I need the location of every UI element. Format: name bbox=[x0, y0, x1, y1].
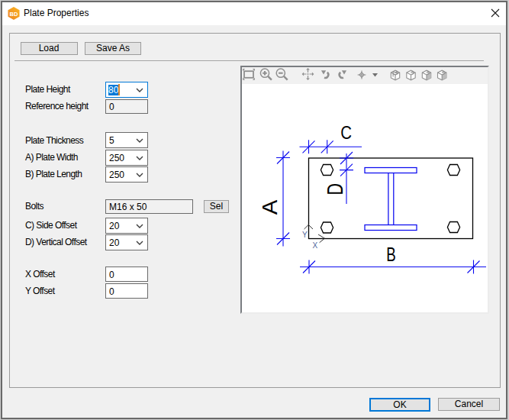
svg-text:C: C bbox=[340, 122, 352, 143]
svg-text:D: D bbox=[321, 183, 347, 195]
svg-text:A: A bbox=[258, 199, 282, 215]
svg-text:B: B bbox=[386, 243, 395, 266]
svg-text:BD: BD bbox=[10, 11, 18, 18]
svg-text:Y: Y bbox=[302, 231, 308, 239]
svg-text:X: X bbox=[313, 241, 318, 250]
